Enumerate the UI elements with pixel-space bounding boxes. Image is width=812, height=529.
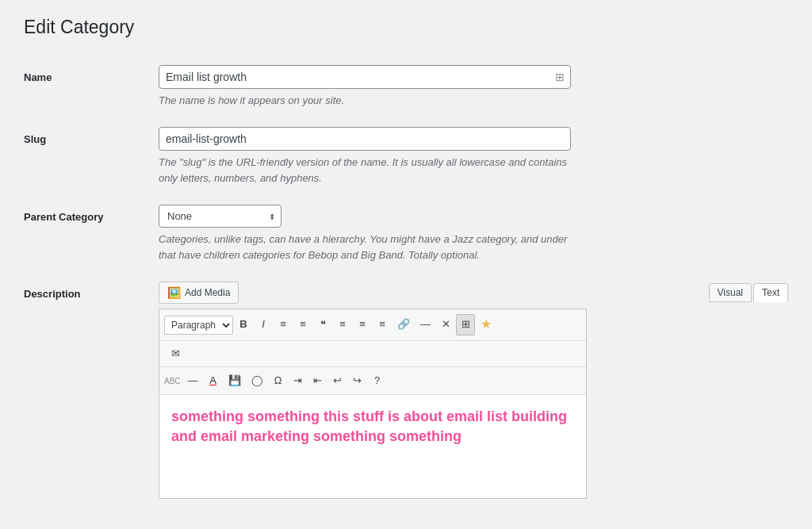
- add-media-button[interactable]: 🖼️ Add Media: [159, 282, 239, 304]
- edit-category-form: Name ⊞ The name is how it appears on you…: [24, 56, 788, 508]
- unordered-list-icon: ≡: [280, 318, 286, 330]
- toolbar-row-2: ABC — A 💾 ◯: [159, 367, 586, 395]
- clear-icon: ◯: [251, 374, 263, 386]
- undo-button[interactable]: ↩: [328, 370, 347, 391]
- ordered-list-button[interactable]: ≡: [293, 314, 312, 335]
- blockquote-button[interactable]: ❝: [313, 314, 332, 335]
- name-hint: The name is how it appears on your site.: [159, 93, 571, 109]
- italic-button[interactable]: I: [254, 314, 273, 335]
- help-icon: ?: [374, 374, 380, 386]
- tab-visual[interactable]: Visual: [709, 283, 752, 302]
- parent-category-hint: Categories, unlike tags, can have a hier…: [159, 232, 571, 263]
- name-input-wrapper: ⊞: [159, 65, 571, 89]
- page-title: Edit Category: [24, 16, 788, 40]
- undo-icon: ↩: [333, 374, 342, 386]
- dash-button[interactable]: —: [183, 370, 203, 391]
- star-icon: ★: [481, 317, 492, 331]
- name-input[interactable]: [159, 65, 571, 89]
- ordered-list-icon: ≡: [300, 318, 306, 330]
- save-button-toolbar[interactable]: 💾: [224, 370, 246, 391]
- indent-icon: ⇥: [293, 374, 302, 386]
- table-icon: ⊞: [462, 318, 470, 330]
- link-button[interactable]: 🔗: [393, 314, 415, 335]
- special-chars-button[interactable]: Ω: [269, 370, 288, 391]
- star-button[interactable]: ★: [476, 312, 496, 336]
- table-button[interactable]: ⊞: [456, 314, 475, 335]
- editor-content[interactable]: something something this stuff is about …: [159, 395, 586, 498]
- dash-icon: —: [188, 374, 198, 386]
- description-row: Description 🖼️ Add Media Visual Text: [24, 272, 788, 508]
- align-right-icon: ≡: [379, 318, 385, 330]
- indent-button[interactable]: ⇥: [289, 370, 308, 391]
- parent-category-select-wrapper: None: [159, 205, 282, 228]
- description-label: Description: [24, 272, 159, 508]
- outdent-button[interactable]: ⇤: [308, 370, 327, 391]
- envelope-button[interactable]: ✉: [166, 343, 185, 364]
- unordered-list-button[interactable]: ≡: [274, 314, 293, 335]
- format-select[interactable]: Paragraph Heading 1 Heading 2: [164, 316, 233, 335]
- envelope-icon: ✉: [171, 347, 180, 359]
- add-media-bar: 🖼️ Add Media Visual Text: [159, 282, 788, 304]
- abc-label: ABC: [164, 377, 181, 385]
- editor-wrapper: Paragraph Heading 1 Heading 2 B I ≡ ≡: [159, 309, 587, 499]
- align-center-button[interactable]: ≡: [353, 314, 372, 335]
- tab-text[interactable]: Text: [753, 283, 788, 302]
- parent-category-row: Parent Category None Categories, unlike …: [24, 195, 788, 272]
- redo-button[interactable]: ↪: [348, 370, 367, 391]
- horizontal-rule-icon: —: [420, 318, 431, 330]
- remove-format-button[interactable]: ✕: [436, 314, 455, 335]
- text-color-button[interactable]: A: [204, 370, 223, 391]
- name-cell: ⊞ The name is how it appears on your sit…: [159, 56, 788, 118]
- editor-tabs: Visual Text: [709, 283, 788, 302]
- horizontal-rule-button[interactable]: —: [416, 314, 435, 335]
- align-left-button[interactable]: ≡: [333, 314, 352, 335]
- italic-icon: I: [262, 318, 265, 330]
- slug-row: Slug The "slug" is the URL-friendly vers…: [24, 117, 788, 195]
- redo-icon: ↪: [353, 374, 362, 386]
- text-color-icon: A: [209, 374, 216, 386]
- link-icon: 🔗: [397, 318, 410, 330]
- clear-button[interactable]: ◯: [247, 370, 268, 391]
- slug-input[interactable]: [159, 127, 571, 151]
- parent-category-select[interactable]: None: [159, 205, 282, 228]
- bold-icon: B: [239, 318, 247, 330]
- outdent-icon: ⇤: [313, 374, 322, 386]
- parent-category-cell: None Categories, unlike tags, can have a…: [159, 195, 788, 272]
- remove-format-icon: ✕: [442, 318, 450, 330]
- save-icon: 💾: [228, 374, 241, 386]
- help-button[interactable]: ?: [368, 370, 387, 391]
- align-center-icon: ≡: [359, 318, 366, 330]
- name-row: Name ⊞ The name is how it appears on you…: [24, 56, 788, 118]
- add-media-icon: 🖼️: [167, 286, 181, 299]
- special-chars-icon: Ω: [274, 374, 282, 386]
- blockquote-icon: ❝: [320, 318, 326, 330]
- slug-cell: The "slug" is the URL-friendly version o…: [159, 117, 788, 195]
- toolbar-row-1: Paragraph Heading 1 Heading 2 B I ≡ ≡: [159, 309, 586, 340]
- add-media-label: Add Media: [185, 287, 230, 298]
- slug-hint: The "slug" is the URL-friendly version o…: [159, 155, 571, 186]
- toolbar-row-1b: ✉: [159, 341, 586, 367]
- parent-category-label: Parent Category: [24, 195, 159, 272]
- bold-button[interactable]: B: [234, 314, 253, 335]
- align-left-icon: ≡: [339, 318, 346, 330]
- description-cell: 🖼️ Add Media Visual Text Paragraph Headi…: [159, 272, 788, 508]
- slug-label: Slug: [24, 117, 159, 195]
- name-label: Name: [24, 56, 159, 118]
- align-right-button[interactable]: ≡: [373, 314, 392, 335]
